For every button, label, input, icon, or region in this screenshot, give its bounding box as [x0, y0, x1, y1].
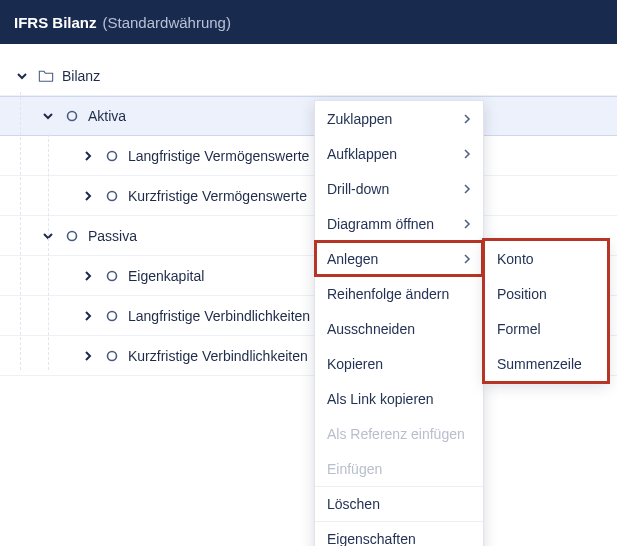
page-subtitle: (Standardwährung) — [103, 14, 231, 31]
menu-item-label: Konto — [497, 251, 534, 267]
chevron-right-icon[interactable] — [80, 188, 96, 204]
menu-item-zuklappen[interactable]: Zuklappen — [315, 101, 483, 136]
menu-item-als-link[interactable]: Als Link kopieren — [315, 381, 483, 416]
node-icon — [104, 148, 120, 164]
menu-item-anlegen[interactable]: Anlegen — [315, 241, 483, 276]
menu-item-label: Als Link kopieren — [327, 391, 434, 407]
menu-item-label: Zuklappen — [327, 111, 392, 127]
menu-item-eigenschaften[interactable]: Eigenschaften — [315, 521, 483, 546]
submenu-item-konto[interactable]: Konto — [485, 241, 607, 276]
svg-point-2 — [108, 191, 117, 200]
node-icon — [104, 188, 120, 204]
page-title: IFRS Bilanz — [14, 14, 97, 31]
submenu-item-formel[interactable]: Formel — [485, 311, 607, 346]
submenu-item-position[interactable]: Position — [485, 276, 607, 311]
chevron-right-icon — [463, 111, 471, 127]
menu-item-label: Ausschneiden — [327, 321, 415, 337]
svg-point-6 — [108, 351, 117, 360]
menu-item-label: Eigenschaften — [327, 531, 416, 546]
chevron-right-icon[interactable] — [80, 348, 96, 364]
tree-label: Langfristige Vermögenswerte — [128, 148, 309, 164]
folder-icon — [38, 68, 54, 84]
menu-item-als-referenz: Als Referenz einfügen — [315, 416, 483, 451]
menu-item-reihenfolge[interactable]: Reihenfolge ändern — [315, 276, 483, 311]
menu-item-label: Formel — [497, 321, 541, 337]
svg-point-5 — [108, 311, 117, 320]
svg-point-4 — [108, 271, 117, 280]
tree-guide-line — [48, 134, 49, 370]
tree-label: Bilanz — [62, 68, 100, 84]
node-icon — [104, 268, 120, 284]
tree-row[interactable]: Kurzfristige Vermögenswerte — [0, 176, 617, 216]
submenu-anlegen: Konto Position Formel Summenzeile — [484, 240, 608, 382]
menu-item-label: Reihenfolge ändern — [327, 286, 449, 302]
menu-item-kopieren[interactable]: Kopieren — [315, 346, 483, 381]
tree-row-aktiva[interactable]: Aktiva — [0, 96, 617, 136]
svg-point-3 — [68, 231, 77, 240]
chevron-right-icon — [463, 146, 471, 162]
menu-item-label: Anlegen — [327, 251, 378, 267]
chevron-right-icon — [463, 251, 471, 267]
chevron-right-icon — [463, 181, 471, 197]
tree-label: Eigenkapital — [128, 268, 204, 284]
chevron-right-icon[interactable] — [80, 268, 96, 284]
menu-item-einfuegen: Einfügen — [315, 451, 483, 486]
svg-point-0 — [68, 112, 77, 121]
tree-label: Kurzfristige Vermögenswerte — [128, 188, 307, 204]
menu-item-label: Diagramm öffnen — [327, 216, 434, 232]
menu-item-label: Kopieren — [327, 356, 383, 372]
menu-item-diagramm[interactable]: Diagramm öffnen — [315, 206, 483, 241]
menu-item-label: Drill-down — [327, 181, 389, 197]
tree-row[interactable]: Langfristige Vermögenswerte — [0, 136, 617, 176]
tree-label: Passiva — [88, 228, 137, 244]
node-icon — [104, 308, 120, 324]
menu-item-label: Als Referenz einfügen — [327, 426, 465, 442]
chevron-right-icon — [463, 216, 471, 232]
menu-item-label: Löschen — [327, 496, 380, 512]
chevron-down-icon[interactable] — [14, 68, 30, 84]
node-icon — [64, 228, 80, 244]
context-menu: Zuklappen Aufklappen Drill-down Diagramm… — [314, 100, 484, 546]
menu-item-aufklappen[interactable]: Aufklappen — [315, 136, 483, 171]
menu-item-loeschen[interactable]: Löschen — [315, 486, 483, 521]
menu-item-label: Summenzeile — [497, 356, 582, 372]
chevron-down-icon[interactable] — [40, 108, 56, 124]
chevron-right-icon[interactable] — [80, 148, 96, 164]
menu-item-label: Position — [497, 286, 547, 302]
tree-row-bilanz[interactable]: Bilanz — [0, 56, 617, 96]
menu-item-label: Einfügen — [327, 461, 382, 477]
tree-label: Kurzfristige Verbindlichkeiten — [128, 348, 308, 364]
chevron-right-icon[interactable] — [80, 308, 96, 324]
svg-point-1 — [108, 151, 117, 160]
menu-item-ausschneiden[interactable]: Ausschneiden — [315, 311, 483, 346]
topbar: IFRS Bilanz (Standardwährung) — [0, 0, 617, 44]
tree-guide-line — [20, 92, 21, 370]
tree-label: Aktiva — [88, 108, 126, 124]
node-icon — [64, 108, 80, 124]
tree-label: Langfristige Verbindlichkeiten — [128, 308, 310, 324]
submenu-item-summenzeile[interactable]: Summenzeile — [485, 346, 607, 381]
node-icon — [104, 348, 120, 364]
menu-item-label: Aufklappen — [327, 146, 397, 162]
menu-item-drilldown[interactable]: Drill-down — [315, 171, 483, 206]
